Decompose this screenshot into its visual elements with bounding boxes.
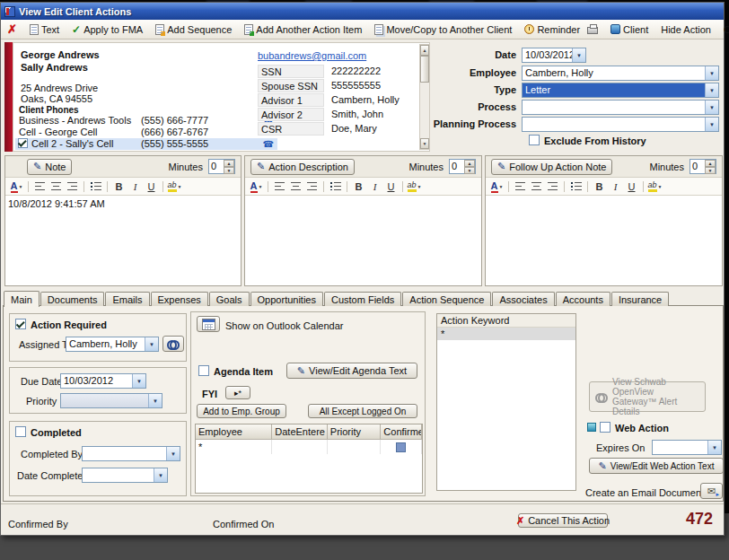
highlight-button[interactable]: ab▼ [407,179,422,194]
chevron-down-icon[interactable]: ▼ [705,118,718,131]
font-color-button[interactable]: A▼ [249,179,264,194]
note-button[interactable]: ✎Note [27,159,72,175]
tab-accounts[interactable]: Accounts [556,292,610,306]
text-button[interactable]: Text [26,22,63,38]
minutes-value[interactable]: 0 [450,160,464,173]
scroll-down-button[interactable]: ▼ [420,138,429,149]
underline-button[interactable]: U [383,179,399,194]
hide-action-button[interactable]: Hide Action [657,22,715,38]
bullet-list-button[interactable] [568,179,584,194]
phone-row[interactable]: Cell - George Cell (666) 667-6767 ☎ [15,127,277,138]
bullet-list-button[interactable] [328,179,343,194]
align-right-button[interactable] [545,179,560,194]
add-sequence-button[interactable]: Add Sequence [152,22,235,38]
italic-button[interactable]: I [608,179,623,194]
action-keyword-row[interactable]: * [437,328,575,340]
minutes-spinner[interactable]: 0 ▲▼ [689,159,716,174]
spin-up-icon[interactable]: ▲ [224,160,234,167]
client-email-link[interactable]: bubandrews@gmail.com [258,50,366,61]
priority-combo[interactable]: ▼ [60,393,162,408]
spin-up-icon[interactable]: ▲ [464,160,475,167]
exclude-from-history-checkbox[interactable] [529,135,540,145]
action-description-content[interactable] [245,197,481,285]
spin-up-icon[interactable]: ▲ [705,160,716,167]
employee-combo[interactable]: Cambern, Holly ▼ [522,66,719,81]
action-keyword-panel[interactable]: Action Keyword * [436,313,576,491]
chevron-down-icon[interactable]: ▼ [145,337,158,351]
align-left-button[interactable] [272,179,287,194]
italic-button[interactable]: I [367,179,382,194]
tab-documents[interactable]: Documents [40,292,105,306]
grid-row[interactable]: * [196,440,422,454]
move-copy-button[interactable]: Move/Copy to Another Client [371,22,515,38]
tab-main[interactable]: Main [4,291,40,307]
underline-button[interactable]: U [144,179,159,194]
font-color-button[interactable]: A▼ [489,179,505,194]
create-email-document-button[interactable]: ✉▸ [700,483,723,499]
agenda-item-checkbox[interactable] [198,365,209,376]
chevron-down-icon[interactable]: ▼ [707,441,721,454]
chevron-down-icon[interactable]: ▼ [705,66,718,80]
font-color-button[interactable]: A▼ [9,179,24,194]
add-another-action-item-button[interactable]: Add Another Action Item [241,22,365,38]
align-center-button[interactable] [288,179,303,194]
tab-action-sequence[interactable]: Action Sequence [402,292,491,306]
tab-opportunities[interactable]: Opportunities [250,292,323,306]
view-edit-agenda-button[interactable]: ✎View/Edit Agenda Text [286,363,417,379]
align-left-button[interactable] [32,179,48,194]
follow-up-note-content[interactable] [486,197,722,285]
chevron-down-icon[interactable]: ▼ [166,447,180,460]
minutes-value[interactable]: 0 [209,160,224,173]
tab-custom-fields[interactable]: Custom Fields [324,292,401,306]
chevron-down-icon[interactable]: ▼ [154,468,167,482]
grid-header-confirmed[interactable]: Confirme [381,424,422,440]
expires-on-combo[interactable]: ▼ [652,440,722,455]
action-required-checkbox[interactable] [15,319,26,329]
chevron-down-icon[interactable]: ▼ [705,101,718,114]
outlook-calendar-button[interactable] [197,316,220,332]
print-button[interactable] [584,22,602,38]
action-description-button[interactable]: ✎Action Description [250,159,355,175]
close-button[interactable]: Close [720,22,729,38]
italic-button[interactable]: I [127,179,143,194]
follow-up-action-note-button[interactable]: ✎Follow Up Action Note [491,159,612,175]
bullet-list-button[interactable] [88,179,103,194]
date-combo[interactable]: 10/03/2012 ▼ [522,48,586,63]
chevron-down-icon[interactable]: ▼ [572,48,585,62]
client-button[interactable]: Client [607,22,652,38]
web-action-checkbox[interactable] [600,422,610,433]
minutes-spinner[interactable]: 0 ▲▼ [449,159,476,174]
phone-checkbox[interactable] [18,138,28,148]
align-center-button[interactable] [529,179,544,194]
type-combo[interactable]: Letter ▼ [522,83,719,98]
cancel-this-action-button[interactable]: ✗Cancel This Action [518,513,608,528]
spin-down-icon[interactable]: ▼ [464,167,475,174]
tab-emails[interactable]: Emails [105,292,149,306]
grid-header-date-entered[interactable]: DateEntere [272,424,328,440]
completed-by-combo[interactable]: ▼ [82,446,180,461]
due-date-combo[interactable]: 10/03/2012 ▼ [60,373,146,389]
fyi-button[interactable]: ▸* [225,386,250,399]
title-bar[interactable]: View Edit Client Actions [1,3,724,20]
bold-button[interactable]: B [592,179,607,194]
underline-button[interactable]: U [624,179,639,194]
planning-process-combo[interactable]: ▼ [522,117,719,132]
apply-to-fma-button[interactable]: ✓Apply to FMA [68,22,146,38]
chevron-down-icon[interactable]: ▼ [148,394,162,407]
tab-associates[interactable]: Associates [492,292,554,306]
grid-header-priority[interactable]: Priority [328,424,382,440]
tab-goals[interactable]: Goals [209,292,250,306]
assigned-to-search-button[interactable] [162,336,184,352]
reminder-button[interactable]: Reminder [521,22,584,38]
spin-down-icon[interactable]: ▼ [705,167,716,174]
chevron-down-icon[interactable]: ▼ [705,83,718,97]
employee-grid[interactable]: Employee DateEntere Priority Confirme * [195,424,423,494]
all-except-logged-on-button[interactable]: All Except Logged On [308,404,417,418]
highlight-button[interactable]: ab▼ [647,179,663,194]
tab-expenses[interactable]: Expenses [151,292,208,306]
confirmed-checkbox-icon[interactable] [396,442,406,452]
view-edit-web-action-button[interactable]: ✎View/Edit Web Action Text [589,458,724,474]
date-completed-combo[interactable]: ▼ [82,468,168,483]
phone-icon[interactable]: ☎ [263,139,274,149]
align-left-button[interactable] [513,179,528,194]
